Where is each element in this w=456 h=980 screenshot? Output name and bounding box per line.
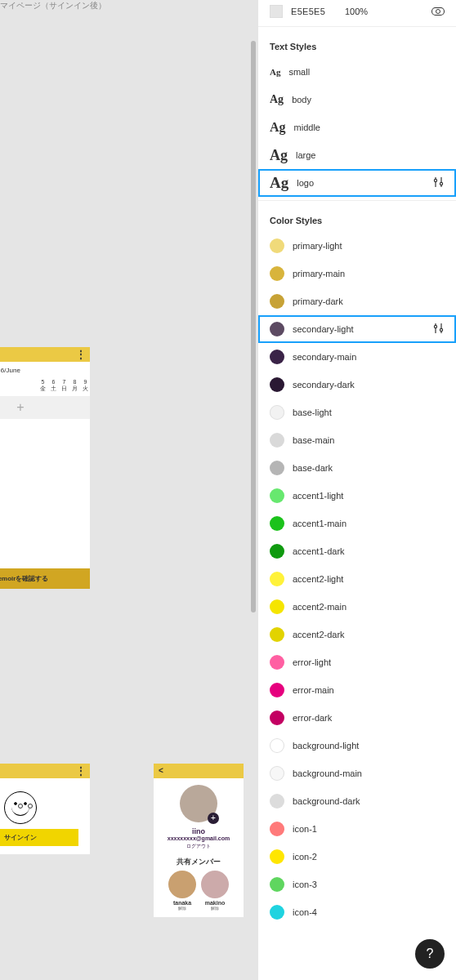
- color-swatch: [270, 599, 284, 614]
- color-style-background-light[interactable]: background-light: [258, 732, 456, 760]
- text-style-name: middle: [294, 122, 320, 132]
- day-cell[interactable]: 7日: [61, 379, 67, 393]
- color-style-name: background-dark: [293, 796, 360, 806]
- color-style-primary-main[interactable]: primary-main: [258, 260, 456, 287]
- text-style-preview: Ag: [270, 174, 288, 192]
- logout-link[interactable]: ログアウト: [157, 843, 240, 850]
- member-name: tanaka: [168, 900, 196, 906]
- color-style-name: background-main: [293, 768, 362, 778]
- fill-hex[interactable]: E5E5E5: [291, 7, 337, 16]
- fill-row[interactable]: E5E5E5 100%: [258, 0, 456, 23]
- svg-point-7: [440, 328, 442, 331]
- color-style-name: error-main: [293, 685, 334, 695]
- scrollbar[interactable]: [251, 41, 256, 612]
- color-style-base-main[interactable]: base-main: [258, 426, 456, 454]
- fill-opacity[interactable]: 100%: [345, 7, 378, 16]
- color-style-icon-4[interactable]: icon-4: [258, 898, 456, 926]
- divider: [258, 200, 456, 201]
- color-style-name: primary-dark: [293, 296, 343, 306]
- member[interactable]: tanaka解除: [168, 871, 196, 911]
- color-style-base-dark[interactable]: base-dark: [258, 454, 456, 482]
- color-swatch: [270, 266, 284, 281]
- member-sub[interactable]: 解除: [201, 906, 229, 911]
- frame-signin-before[interactable]: ⋮ サインイン: [0, 764, 90, 854]
- adjust-icon[interactable]: [433, 176, 445, 190]
- text-style-body[interactable]: Agbody: [258, 86, 456, 114]
- color-style-name: accent2-dark: [293, 630, 345, 639]
- frame-mypage[interactable]: < + iino xxxxxxxxx@gmail.com ログアウト 共有メンバ…: [154, 764, 244, 917]
- color-style-secondary-light[interactable]: secondary-light: [258, 315, 456, 343]
- color-swatch: [270, 738, 284, 753]
- color-style-accent2-main[interactable]: accent2-main: [258, 593, 456, 621]
- avatar-add-icon[interactable]: +: [208, 813, 219, 824]
- color-style-accent1-dark[interactable]: accent1-dark: [258, 537, 456, 565]
- members-header: 共有メンバー: [157, 857, 240, 867]
- color-swatch: [270, 822, 284, 836]
- adjust-icon[interactable]: [433, 323, 445, 336]
- member[interactable]: makino解除: [201, 871, 229, 911]
- color-swatch: [270, 488, 284, 503]
- color-style-secondary-main[interactable]: secondary-main: [258, 343, 456, 371]
- member-sub[interactable]: 解除: [168, 906, 196, 911]
- day-cell[interactable]: 8月: [72, 379, 78, 393]
- color-style-accent2-light[interactable]: accent2-light: [258, 565, 456, 593]
- help-button[interactable]: ?: [415, 939, 445, 969]
- text-style-name: logo: [297, 178, 314, 188]
- color-style-primary-light[interactable]: primary-light: [258, 232, 456, 260]
- color-style-error-main[interactable]: error-main: [258, 676, 456, 704]
- svg-point-3: [440, 182, 442, 185]
- day-cell[interactable]: 5金: [40, 379, 46, 393]
- text-style-small[interactable]: Agsmall: [258, 58, 456, 86]
- color-style-background-dark[interactable]: background-dark: [258, 787, 456, 815]
- frame-calendar[interactable]: ⋮ lar4/Apr5/May6/June 5金6土7日8月9火 + んだ me…: [0, 347, 90, 589]
- text-style-large[interactable]: Aglarge: [258, 141, 456, 169]
- color-swatch: [270, 238, 284, 253]
- kebab-icon[interactable]: ⋮: [76, 349, 85, 360]
- signin-button[interactable]: サインイン: [0, 829, 78, 846]
- color-style-icon-2[interactable]: icon-2: [258, 843, 456, 871]
- color-style-accent1-light[interactable]: accent1-light: [258, 482, 456, 510]
- design-canvas[interactable]: 後 ⋮ lar4/Apr5/May6/June 5金6土7日8月9火 + んだ …: [0, 0, 257, 980]
- months-row: lar4/Apr5/May6/June: [0, 362, 90, 379]
- color-style-accent1-main[interactable]: accent1-main: [258, 510, 456, 537]
- days-row: 5金6土7日8月9火: [0, 379, 90, 396]
- color-swatch: [270, 544, 284, 559]
- color-style-name: accent2-light: [293, 574, 343, 584]
- text-style-preview: Ag: [270, 147, 288, 164]
- color-style-secondary-dark[interactable]: secondary-dark: [258, 371, 456, 399]
- text-style-logo[interactable]: Aglogo: [258, 169, 456, 197]
- color-style-primary-dark[interactable]: primary-dark: [258, 287, 456, 315]
- kebab-icon[interactable]: ⋮: [76, 765, 85, 777]
- frame-header-bar[interactable]: <: [154, 764, 244, 778]
- visibility-icon[interactable]: [431, 7, 445, 16]
- text-style-preview: Ag: [270, 67, 280, 77]
- color-swatch: [270, 405, 284, 420]
- color-style-base-light[interactable]: base-light: [258, 399, 456, 426]
- add-band[interactable]: +: [0, 396, 90, 419]
- color-swatch: [270, 350, 284, 364]
- svg-point-1: [434, 179, 436, 181]
- day-cell[interactable]: 9火: [83, 379, 88, 393]
- text-style-middle[interactable]: Agmiddle: [258, 114, 456, 141]
- color-style-name: error-dark: [293, 713, 332, 723]
- avatar[interactable]: +: [180, 785, 217, 822]
- svg-point-5: [434, 325, 436, 327]
- color-style-name: base-main: [293, 435, 334, 445]
- user-email: xxxxxxxxx@gmail.com: [157, 835, 240, 841]
- snippet-text: んだ: [0, 419, 90, 438]
- color-style-icon-3[interactable]: icon-3: [258, 871, 456, 898]
- color-swatch: [270, 683, 284, 697]
- color-swatch: [270, 516, 284, 531]
- frame-header-bar: ⋮: [0, 347, 90, 362]
- color-style-error-dark[interactable]: error-dark: [258, 704, 456, 732]
- color-style-icon-1[interactable]: icon-1: [258, 815, 456, 843]
- color-style-error-light[interactable]: error-light: [258, 648, 456, 676]
- day-cell[interactable]: 6土: [51, 379, 56, 393]
- color-style-accent2-dark[interactable]: accent2-dark: [258, 621, 456, 648]
- fill-swatch[interactable]: [270, 5, 283, 18]
- frame-label: マイページ（サインイン後）: [0, 0, 257, 11]
- confirm-memoir-button[interactable]: memoirを確認する: [0, 568, 90, 589]
- divider: [258, 26, 456, 27]
- color-style-name: icon-2: [293, 852, 317, 862]
- color-style-background-main[interactable]: background-main: [258, 760, 456, 787]
